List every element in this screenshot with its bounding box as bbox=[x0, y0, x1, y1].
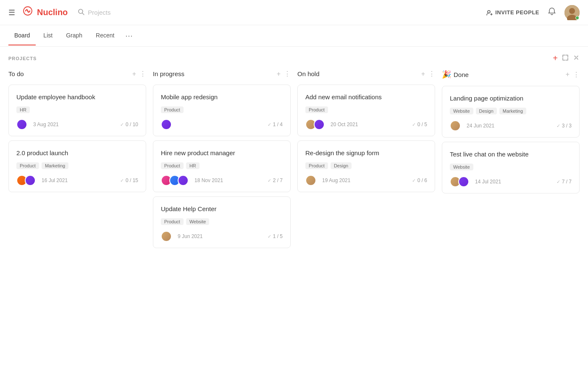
tab-recent[interactable]: Recent bbox=[90, 26, 120, 45]
card-email-notifications[interactable]: Add new email notifications Product 20 O… bbox=[297, 85, 435, 136]
board-container: PROJECTS + To do + ⋮ Update employee han… bbox=[0, 47, 588, 261]
card-meta-left: 16 Jul 2021 bbox=[16, 175, 68, 186]
card-tags: Website Design Marketing bbox=[450, 108, 572, 114]
card-title: Hire new product manager bbox=[161, 148, 283, 157]
avatar bbox=[25, 175, 36, 186]
card-footer: 16 Jul 2021 ✓ 0 / 15 bbox=[16, 175, 138, 186]
card-meta-left: 24 Jun 2021 bbox=[450, 120, 494, 131]
more-inprogress[interactable]: ⋮ bbox=[284, 70, 291, 78]
invite-button[interactable]: INVITE PEOPLE bbox=[486, 9, 539, 16]
column-title-todo: To do bbox=[8, 70, 24, 77]
card-footer: ✓ 1 / 4 bbox=[161, 119, 283, 130]
card-meta-left bbox=[161, 119, 178, 130]
svg-line-1 bbox=[82, 13, 84, 15]
card-tasks: ✓ 0 / 6 bbox=[412, 177, 427, 183]
card-hire-pm[interactable]: Hire new product manager Product HR 18 N… bbox=[153, 140, 291, 192]
check-icon: ✓ bbox=[120, 122, 124, 127]
avatar bbox=[178, 175, 189, 186]
more-done[interactable]: ⋮ bbox=[573, 71, 580, 79]
card-signup-form[interactable]: Re-design the signup form Product Design… bbox=[297, 140, 435, 192]
logo-text: Nuclino bbox=[37, 8, 68, 17]
card-footer: 3 Aug 2021 ✓ 0 / 10 bbox=[16, 119, 138, 130]
task-count: 0 / 6 bbox=[417, 177, 427, 183]
task-count: 0 / 10 bbox=[126, 122, 138, 127]
card-meta-left: 3 Aug 2021 bbox=[16, 119, 59, 130]
tab-more-icon[interactable]: ⋯ bbox=[122, 25, 136, 46]
add-column-button[interactable]: + bbox=[553, 53, 558, 63]
card-tasks: ✓ 0 / 10 bbox=[120, 122, 138, 127]
avatar bbox=[161, 119, 172, 130]
add-card-todo[interactable]: + bbox=[132, 70, 136, 78]
column-title-inprogress: In progress bbox=[153, 70, 184, 77]
avatar bbox=[16, 119, 27, 130]
menu-icon[interactable]: ☰ bbox=[8, 8, 15, 17]
task-count: 2 / 7 bbox=[273, 177, 283, 183]
notification-bell[interactable] bbox=[548, 7, 556, 18]
task-count: 1 / 5 bbox=[273, 233, 283, 239]
card-tasks: ✓ 0 / 5 bbox=[412, 122, 427, 127]
collapse-button[interactable] bbox=[573, 54, 580, 63]
tab-board[interactable]: Board bbox=[8, 26, 36, 45]
column-actions-done: + ⋮ bbox=[566, 71, 580, 79]
svg-point-6 bbox=[569, 8, 575, 14]
svg-point-2 bbox=[488, 11, 490, 13]
tag: Product bbox=[16, 162, 39, 169]
card-avatars bbox=[305, 119, 325, 130]
card-footer: 20 Oct 2021 ✓ 0 / 5 bbox=[305, 119, 427, 130]
column-done: 🎉 Done + ⋮ Landing page optimization Web… bbox=[442, 68, 580, 252]
card-title: Add new email notifications bbox=[305, 93, 427, 101]
check-icon: ✓ bbox=[556, 123, 560, 129]
columns: To do + ⋮ Update employee handbook HR bbox=[8, 68, 580, 252]
card-update-handbook[interactable]: Update employee handbook HR 3 Aug 2021 ✓… bbox=[8, 85, 146, 136]
card-update-helpcenter[interactable]: Update Help Center Product Website 9 Jun… bbox=[153, 196, 291, 248]
tag: Website bbox=[186, 218, 210, 225]
card-meta-left: 20 Oct 2021 bbox=[305, 119, 358, 130]
header-right: INVITE PEOPLE bbox=[486, 5, 580, 20]
task-count: 1 / 4 bbox=[273, 122, 283, 127]
tab-list[interactable]: List bbox=[37, 26, 58, 45]
card-tasks: ✓ 1 / 4 bbox=[268, 122, 283, 127]
search-area[interactable]: Projects bbox=[78, 8, 486, 17]
column-header-done: 🎉 Done + ⋮ bbox=[442, 68, 580, 81]
card-tasks: ✓ 2 / 7 bbox=[268, 177, 283, 183]
tag: Design bbox=[331, 162, 352, 169]
tab-graph[interactable]: Graph bbox=[60, 26, 88, 45]
done-emoji: 🎉 bbox=[442, 70, 451, 79]
check-icon: ✓ bbox=[268, 234, 271, 239]
more-todo[interactable]: ⋮ bbox=[139, 70, 146, 78]
card-tags: Product bbox=[305, 106, 427, 113]
column-actions-inprogress: + ⋮ bbox=[277, 70, 291, 78]
card-avatars bbox=[305, 175, 316, 186]
card-title: Mobile app redesign bbox=[161, 93, 283, 101]
card-date: 20 Oct 2021 bbox=[331, 122, 358, 127]
task-count: 3 / 3 bbox=[562, 123, 572, 129]
card-date: 19 Aug 2021 bbox=[322, 177, 350, 183]
expand-button[interactable] bbox=[562, 54, 569, 63]
tag: Product bbox=[161, 218, 184, 225]
add-card-onhold[interactable]: + bbox=[421, 70, 425, 78]
tag: Design bbox=[476, 108, 497, 114]
card-live-chat[interactable]: Test live chat on the website Website 14… bbox=[442, 142, 580, 193]
user-avatar-container[interactable] bbox=[564, 5, 580, 20]
avatar bbox=[161, 231, 172, 242]
card-tags: Product Design bbox=[305, 162, 427, 169]
tag: Product bbox=[161, 162, 184, 169]
card-date: 14 Jul 2021 bbox=[475, 179, 501, 185]
card-avatars bbox=[450, 120, 461, 131]
card-mobile-redesign[interactable]: Mobile app redesign Product ✓ 1 / 4 bbox=[153, 85, 291, 136]
card-meta-left: 9 Jun 2021 bbox=[161, 231, 202, 242]
card-meta-left: 18 Nov 2021 bbox=[161, 175, 223, 186]
card-tags: Product Website bbox=[161, 218, 283, 225]
card-product-launch[interactable]: 2.0 product launch Product Marketing 16 … bbox=[8, 140, 146, 192]
card-tags: Product HR bbox=[161, 162, 283, 169]
card-avatars bbox=[161, 231, 172, 242]
column-onhold: On hold + ⋮ Add new email notifications … bbox=[297, 68, 435, 252]
add-card-done[interactable]: + bbox=[566, 71, 570, 78]
task-count: 0 / 5 bbox=[417, 122, 427, 127]
card-landing-optimization[interactable]: Landing page optimization Website Design… bbox=[442, 86, 580, 138]
add-card-inprogress[interactable]: + bbox=[277, 70, 281, 78]
more-onhold[interactable]: ⋮ bbox=[428, 70, 435, 78]
column-header-onhold: On hold + ⋮ bbox=[297, 68, 435, 79]
check-icon: ✓ bbox=[268, 178, 271, 183]
card-title: Test live chat on the website bbox=[450, 150, 572, 159]
